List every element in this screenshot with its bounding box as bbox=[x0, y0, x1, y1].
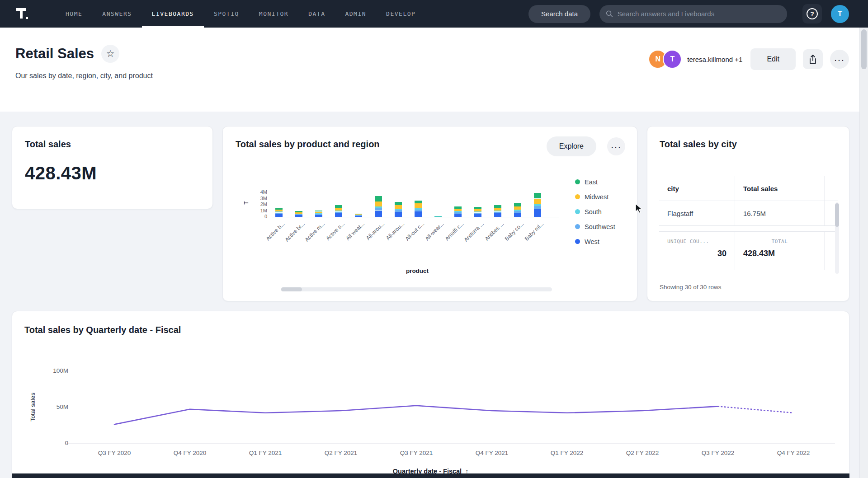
search-input[interactable] bbox=[618, 10, 781, 18]
scrollbar-thumb[interactable] bbox=[281, 287, 302, 291]
nav-item-admin[interactable]: ADMIN bbox=[335, 0, 376, 28]
bar-segment[interactable] bbox=[474, 214, 481, 217]
bar-segment[interactable] bbox=[534, 199, 541, 204]
bar-segment[interactable] bbox=[395, 202, 402, 205]
bar-segment[interactable] bbox=[315, 211, 322, 212]
legend-item[interactable]: Midwest bbox=[575, 189, 615, 204]
bar-segment[interactable] bbox=[474, 209, 481, 211]
bar-segment[interactable] bbox=[514, 210, 521, 211]
bar-segment[interactable] bbox=[494, 211, 501, 212]
bar-segment[interactable] bbox=[355, 215, 362, 215]
legend-item[interactable]: Southwest bbox=[575, 219, 615, 234]
bar-segment[interactable] bbox=[494, 213, 501, 217]
bar-segment[interactable] bbox=[375, 211, 382, 217]
column-header-city[interactable]: city bbox=[659, 176, 735, 201]
bar-segment[interactable] bbox=[275, 208, 283, 210]
bar-segment[interactable] bbox=[474, 213, 481, 214]
scrollbar-thumb[interactable] bbox=[835, 203, 839, 227]
bar-segment[interactable] bbox=[454, 206, 462, 209]
nav-item-spotiq[interactable]: SPOTIQ bbox=[204, 0, 249, 28]
edit-button[interactable]: Edit bbox=[750, 48, 796, 70]
nav-item-monitor[interactable]: MONITOR bbox=[249, 0, 298, 28]
bar-segment[interactable] bbox=[494, 208, 501, 211]
bar-segment[interactable] bbox=[315, 213, 322, 214]
user-avatar[interactable]: T bbox=[831, 5, 849, 23]
bar-segment[interactable] bbox=[415, 210, 422, 211]
help-button[interactable]: ? bbox=[802, 4, 822, 23]
global-search[interactable] bbox=[599, 5, 787, 23]
column-header-total-sales[interactable]: Total sales bbox=[735, 176, 825, 201]
share-button[interactable] bbox=[803, 49, 823, 69]
owners-label[interactable]: teresa.killmond +1 bbox=[687, 56, 742, 63]
bar-segment[interactable] bbox=[494, 205, 501, 207]
bar-segment[interactable] bbox=[335, 212, 342, 213]
bar-segment[interactable] bbox=[275, 213, 283, 214]
bar-segment[interactable] bbox=[415, 208, 422, 210]
legend-item[interactable]: West bbox=[575, 234, 615, 249]
bar-segment[interactable] bbox=[395, 205, 402, 209]
bar-segment[interactable] bbox=[415, 203, 422, 207]
liveboard-more-button[interactable]: ... bbox=[830, 50, 849, 69]
bar-segment[interactable] bbox=[295, 214, 302, 214]
bar-segment[interactable] bbox=[335, 211, 342, 212]
bar-segment[interactable] bbox=[335, 213, 342, 217]
bar-segment[interactable] bbox=[514, 213, 521, 217]
bar-chart-horizontal-scrollbar[interactable] bbox=[281, 287, 552, 291]
bar-segment[interactable] bbox=[534, 204, 541, 206]
bar-segment[interactable] bbox=[355, 214, 362, 215]
bar-segment[interactable] bbox=[375, 196, 382, 202]
table-vertical-scrollbar[interactable] bbox=[835, 202, 839, 274]
bar-segment[interactable] bbox=[454, 211, 462, 212]
bar-segment[interactable] bbox=[315, 214, 322, 215]
bar-segment[interactable] bbox=[295, 211, 302, 212]
bar-segment[interactable] bbox=[375, 202, 382, 206]
bar-segment[interactable] bbox=[494, 212, 501, 213]
bar-segment[interactable] bbox=[454, 209, 462, 211]
bar-segment[interactable] bbox=[514, 206, 521, 210]
nav-item-answers[interactable]: ANSWERS bbox=[92, 0, 142, 28]
avatar[interactable]: T bbox=[663, 50, 682, 69]
bar-segment[interactable] bbox=[415, 211, 422, 217]
bar-segment[interactable] bbox=[434, 216, 442, 216]
bar-segment[interactable] bbox=[474, 211, 481, 213]
bar-segment[interactable] bbox=[335, 205, 342, 207]
favorite-button[interactable]: ☆ bbox=[101, 45, 119, 63]
page-scrollbar[interactable] bbox=[859, 28, 868, 478]
nav-item-data[interactable]: DATA bbox=[298, 0, 335, 28]
bar-segment[interactable] bbox=[534, 206, 541, 209]
bar-segment[interactable] bbox=[275, 211, 283, 213]
bar-segment[interactable] bbox=[375, 206, 382, 208]
legend-item[interactable]: South bbox=[575, 204, 615, 219]
thoughtspot-logo[interactable] bbox=[15, 0, 30, 28]
bar-segment[interactable] bbox=[295, 212, 302, 214]
bar-segment[interactable] bbox=[335, 208, 342, 211]
bar-segment[interactable] bbox=[395, 209, 402, 210]
bar-segment[interactable] bbox=[315, 215, 322, 217]
bar-segment[interactable] bbox=[474, 207, 481, 209]
bar-segment[interactable] bbox=[295, 215, 302, 217]
bar-segment[interactable] bbox=[454, 212, 462, 214]
bar-segment[interactable] bbox=[534, 193, 541, 198]
scrollbar-thumb[interactable] bbox=[861, 29, 867, 69]
bar-segment[interactable] bbox=[375, 208, 382, 211]
nav-item-liveboards[interactable]: LIVEBOARDS bbox=[142, 0, 204, 28]
bar-segment[interactable] bbox=[355, 215, 362, 216]
bar-segment[interactable] bbox=[534, 209, 541, 217]
bar-segment[interactable] bbox=[514, 203, 521, 206]
bar-segment[interactable] bbox=[355, 214, 362, 214]
nav-item-home[interactable]: HOME bbox=[56, 0, 92, 28]
bar-segment[interactable] bbox=[454, 214, 462, 217]
nav-item-develop[interactable]: DEVELOP bbox=[376, 0, 425, 28]
bar-segment[interactable] bbox=[295, 214, 302, 215]
legend-item[interactable]: East bbox=[575, 174, 615, 189]
bar-segment[interactable] bbox=[415, 201, 422, 204]
bar-segment[interactable] bbox=[395, 210, 402, 212]
bar-segment[interactable] bbox=[514, 211, 521, 212]
bar-segment[interactable] bbox=[355, 216, 362, 217]
search-data-button[interactable]: Search data bbox=[528, 5, 590, 23]
bar-segment[interactable] bbox=[275, 214, 283, 217]
bar-segment[interactable] bbox=[395, 212, 402, 217]
bar-segment[interactable] bbox=[275, 210, 283, 211]
bar-segment[interactable] bbox=[315, 212, 322, 213]
table-row[interactable]: Flagstaff 16.75M bbox=[659, 201, 838, 226]
